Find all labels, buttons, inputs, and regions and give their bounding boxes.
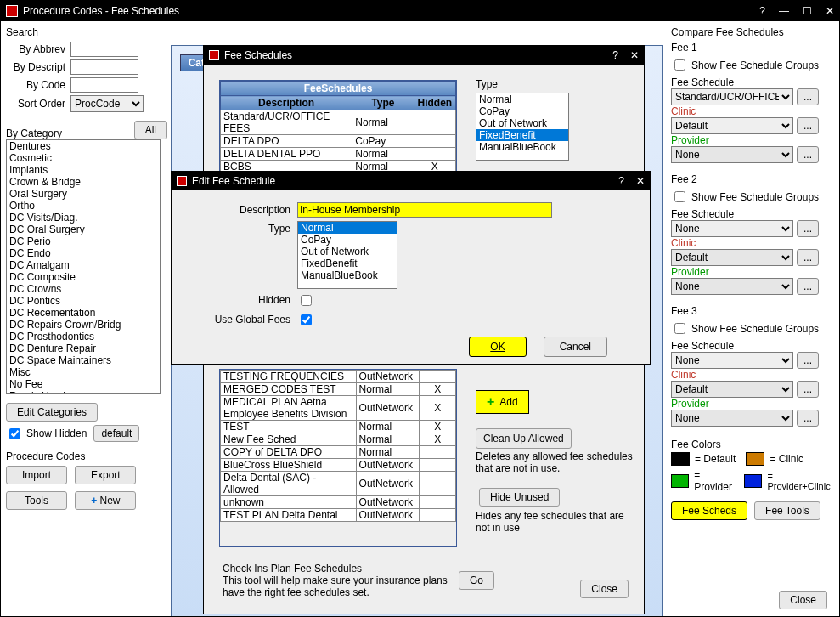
fee-schedule-row[interactable]: TESTNormalX — [221, 421, 456, 433]
type-option[interactable]: FixedBenefit — [476, 129, 568, 141]
fee2-clinic-more[interactable]: ... — [797, 249, 819, 266]
by-code-input[interactable] — [70, 77, 138, 93]
category-item[interactable]: No Fee — [7, 378, 160, 390]
fee1-fee-sched-more[interactable]: ... — [797, 88, 819, 105]
fee-schedule-row[interactable]: unknownOutNetwork — [221, 496, 456, 509]
fee3-clinic-select[interactable]: Default — [671, 381, 793, 398]
fee-schedule-row[interactable]: TESTING FREQUENCIESOutNetwork — [221, 371, 456, 383]
fee3-provider-more[interactable]: ... — [797, 410, 819, 427]
fee2-provider-select[interactable]: None — [671, 278, 793, 295]
new-proc-button[interactable]: + New — [75, 491, 136, 510]
fee-schedule-row[interactable]: New Fee SchedNormalX — [221, 433, 456, 446]
export-button[interactable]: Export — [75, 466, 136, 484]
fee-schedules-close-x[interactable]: ✕ — [630, 49, 639, 61]
fee2-provider-more[interactable]: ... — [797, 278, 819, 295]
category-item[interactable]: DC Composite — [7, 271, 160, 283]
fee1-fee-sched-select[interactable]: Standard/UCR/OFFICE FEE — [671, 88, 793, 105]
fee3-show-groups-checkbox[interactable] — [674, 323, 685, 334]
fee-schedules-help[interactable]: ? — [612, 49, 618, 61]
use-global-fees-checkbox[interactable] — [301, 314, 312, 325]
type-option[interactable]: ManualBlueBook — [298, 269, 397, 281]
fee-schedule-row[interactable]: DELTA DPOCoPay — [221, 135, 456, 148]
by-descript-input[interactable] — [70, 59, 138, 75]
category-item[interactable]: Ortho — [7, 200, 160, 212]
type-listbox[interactable]: NormalCoPayOut of NetworkFixedBenefitMan… — [476, 93, 569, 161]
type-option[interactable]: Out of Network — [476, 117, 568, 129]
fee2-clinic-select[interactable]: Default — [671, 249, 793, 266]
category-item[interactable]: Implants — [7, 164, 160, 176]
fee1-provider-select[interactable]: None — [671, 146, 793, 163]
category-item[interactable]: DC Space Maintainers — [7, 354, 160, 366]
category-item[interactable]: DC Oral Surgery — [7, 224, 160, 235]
fee-schedules-close-button[interactable]: Close — [580, 580, 629, 598]
category-item[interactable]: DC Visits/Diag. — [7, 212, 160, 224]
minimize-button[interactable]: — — [779, 5, 789, 17]
fee-schedule-row[interactable]: TEST PLAN Delta DentalOutNetwork — [221, 509, 456, 522]
category-listbox[interactable]: DenturesCosmeticImplantsCrown & BridgeOr… — [6, 139, 161, 394]
type-field-listbox[interactable]: NormalCoPayOut of NetworkFixedBenefitMan… — [297, 221, 397, 289]
all-categories-button[interactable]: All — [134, 121, 167, 139]
category-item[interactable]: DC Recementation — [7, 307, 160, 319]
close-button[interactable]: ✕ — [826, 5, 834, 17]
category-item[interactable]: Misc — [7, 366, 160, 378]
maximize-button[interactable]: ☐ — [803, 5, 812, 17]
clean-up-allowed-button[interactable]: Clean Up Allowed — [476, 428, 572, 449]
category-item[interactable]: Crown & Bridge — [7, 176, 160, 188]
check-ins-go-button[interactable]: Go — [459, 571, 494, 590]
type-option[interactable]: Normal — [476, 93, 568, 105]
type-option[interactable]: Normal — [298, 222, 397, 234]
show-hidden-checkbox[interactable] — [9, 428, 20, 439]
fee2-show-groups-checkbox[interactable] — [674, 191, 685, 202]
fee-tools-button[interactable]: Fee Tools — [754, 501, 820, 520]
category-item[interactable]: Rarely Used — [7, 390, 160, 394]
description-input[interactable] — [297, 202, 552, 218]
import-button[interactable]: Import — [6, 466, 67, 484]
ok-button[interactable]: OK — [469, 337, 526, 357]
edit-categories-button[interactable]: Edit Categories — [6, 403, 98, 422]
fee3-clinic-more[interactable]: ... — [797, 381, 819, 398]
cancel-button[interactable]: Cancel — [544, 337, 607, 357]
fee1-provider-more[interactable]: ... — [797, 146, 819, 163]
col-hidden[interactable]: Hidden — [414, 96, 455, 110]
hide-unused-button[interactable]: Hide Unused — [479, 488, 560, 507]
fee1-show-groups-checkbox[interactable] — [674, 59, 685, 71]
category-item[interactable]: Dentures — [7, 140, 160, 152]
help-button[interactable]: ? — [759, 5, 765, 17]
fee-schedules-grid-lower[interactable]: TESTING FREQUENCIESOutNetworkMERGED CODE… — [219, 369, 457, 547]
default-button[interactable]: default — [93, 425, 139, 442]
category-item[interactable]: DC Endo — [7, 247, 160, 259]
category-item[interactable]: Cosmetic — [7, 152, 160, 164]
fee-schedule-row[interactable]: DELTA DENTAL PPONormal — [221, 148, 456, 161]
fee-schedule-row[interactable]: MERGED CODES TESTNormalX — [221, 383, 456, 396]
category-item[interactable]: DC Perio — [7, 235, 160, 247]
fee-schedule-row[interactable]: MEDICAL PLAN Aetna Employee Benefits Div… — [221, 396, 456, 421]
type-option[interactable]: FixedBenefit — [298, 258, 397, 269]
category-item[interactable]: DC Prosthodontics — [7, 331, 160, 342]
tools-button[interactable]: Tools — [6, 491, 67, 510]
fee-schedule-row[interactable]: Delta Dental (SAC) - AllowedOutNetwork — [221, 472, 456, 496]
fee1-clinic-select[interactable]: Default — [671, 117, 793, 134]
category-item[interactable]: DC Denture Repair — [7, 342, 160, 354]
edit-fee-help[interactable]: ? — [618, 175, 624, 187]
type-option[interactable]: ManualBlueBook — [476, 141, 568, 153]
fee3-fee-sched-more[interactable]: ... — [797, 352, 819, 369]
col-type[interactable]: Type — [352, 96, 414, 110]
category-item[interactable]: DC Amalgam — [7, 259, 160, 271]
fee1-clinic-more[interactable]: ... — [797, 117, 819, 134]
type-option[interactable]: Out of Network — [298, 246, 397, 258]
fee-schedule-row[interactable]: BlueCross BlueShieldOutNetwork — [221, 459, 456, 472]
type-option[interactable]: CoPay — [298, 234, 397, 246]
fee3-provider-select[interactable]: None — [671, 410, 793, 427]
hidden-checkbox[interactable] — [301, 295, 312, 306]
main-close-button[interactable]: Close — [779, 591, 827, 609]
category-item[interactable]: DC Pontics — [7, 295, 160, 307]
fee-schedule-row[interactable]: Standard/UCR/OFFICE FEESNormal — [221, 110, 456, 135]
category-item[interactable]: DC Crowns — [7, 283, 160, 295]
type-option[interactable]: CoPay — [476, 105, 568, 117]
category-item[interactable]: DC Repairs Crown/Bridg — [7, 319, 160, 331]
category-item[interactable]: Oral Surgery — [7, 188, 160, 200]
fee-scheds-button[interactable]: Fee Scheds — [671, 501, 747, 520]
fee2-fee-sched-more[interactable]: ... — [797, 220, 819, 237]
fee2-fee-sched-select[interactable]: None — [671, 220, 793, 237]
fee-schedule-row[interactable]: COPY of DELTA DPONormal — [221, 446, 456, 459]
